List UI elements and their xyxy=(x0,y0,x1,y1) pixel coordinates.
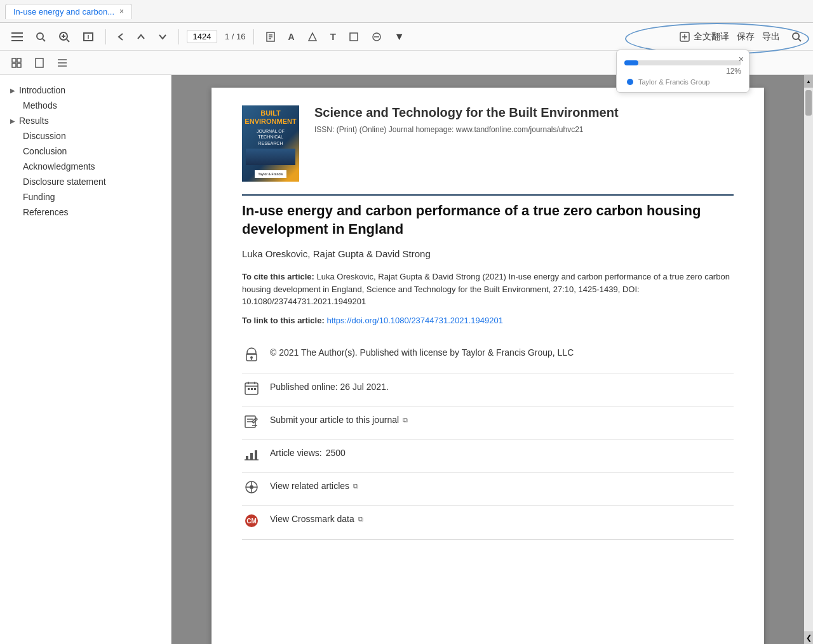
stamp-button[interactable] xyxy=(368,29,386,44)
collapse-panel-button[interactable]: ❮ xyxy=(804,631,813,644)
text-tool-button[interactable]: A xyxy=(285,29,299,44)
crossmark-row[interactable]: CM View Crossmark data ⧉ xyxy=(242,506,734,540)
cover-subtitle: JOURNAL OF TECHNICAL RESEARCH xyxy=(246,128,295,145)
translation-progress-bar-fill xyxy=(624,60,638,65)
article-authors: Luka Oreskovic, Rajat Gupta & David Stro… xyxy=(242,248,734,259)
svg-rect-41 xyxy=(251,388,253,390)
external-link-icon-crossmark: ⧉ xyxy=(358,514,363,524)
popup-close-button[interactable]: × xyxy=(739,54,744,64)
toolbar-divider-1 xyxy=(105,29,106,44)
grid-view-button[interactable] xyxy=(8,56,25,70)
sidebar-item-acknowledgments[interactable]: Acknowledgments xyxy=(5,159,166,174)
svg-rect-49 xyxy=(255,450,257,460)
zoom-in-button[interactable] xyxy=(55,29,74,45)
pdf-scrollbar[interactable]: ▲ ❮ xyxy=(804,75,813,644)
text-select-button[interactable] xyxy=(262,29,279,45)
sidebar-item-disclosure[interactable]: Disclosure statement xyxy=(5,174,166,189)
scrollbar-thumb[interactable] xyxy=(805,90,812,116)
journal-issn: ISSN: (Print) (Online) Journal homepage:… xyxy=(314,125,734,134)
search-button[interactable] xyxy=(32,29,50,44)
toolbar-divider-2 xyxy=(178,29,179,44)
svg-rect-25 xyxy=(12,58,16,62)
sidebar-item-methods[interactable]: Methods xyxy=(5,98,166,113)
svg-rect-40 xyxy=(248,388,250,390)
submit-row[interactable]: Submit your article to this journal ⧉ xyxy=(242,406,734,439)
svg-rect-47 xyxy=(246,456,248,460)
article-views-text: Article views: 2500 xyxy=(270,447,346,460)
svg-line-8 xyxy=(67,39,69,42)
sidebar-item-conclusion[interactable]: Conclusion xyxy=(5,144,166,159)
more-tools-button[interactable]: ▼ xyxy=(391,29,408,45)
link-block: To link to this article: https://doi.org… xyxy=(242,314,734,327)
svg-point-52 xyxy=(250,485,253,489)
main-content: ▶ Introduction Methods ▶ Results Discuss… xyxy=(0,75,813,644)
svg-rect-48 xyxy=(250,453,253,460)
page-number-input[interactable] xyxy=(187,30,217,43)
chart-icon xyxy=(242,447,261,464)
article-doi-link[interactable]: https://doi.org/10.1080/23744731.2021.19… xyxy=(326,316,503,325)
svg-point-22 xyxy=(793,33,799,39)
svg-rect-16 xyxy=(350,33,358,41)
svg-rect-2 xyxy=(11,40,23,41)
chevron-right-icon-2: ▶ xyxy=(10,117,15,124)
cite-label: To cite this article: xyxy=(242,272,314,281)
external-link-icon-submit: ⧉ xyxy=(403,415,408,425)
crossmark-text[interactable]: View Crossmark data ⧉ xyxy=(270,513,363,526)
svg-marker-15 xyxy=(309,33,316,41)
related-articles-row[interactable]: View related articles ⧉ xyxy=(242,473,734,506)
journal-divider xyxy=(242,194,734,196)
active-tab[interactable]: In-use energy and carbon... × xyxy=(5,4,132,19)
submit-text[interactable]: Submit your article to this journal ⧉ xyxy=(270,414,408,427)
sidebar-item-references[interactable]: References xyxy=(5,205,166,220)
sidebar-item-funding[interactable]: Funding xyxy=(5,189,166,205)
cover-title: BUILT ENVIRONMENT xyxy=(245,109,296,126)
submit-icon xyxy=(242,414,261,431)
article-views-row: Article views: 2500 xyxy=(242,439,734,473)
calendar-icon xyxy=(242,381,261,398)
export-button[interactable]: 导出 xyxy=(762,31,780,43)
sidebar-toggle-button[interactable] xyxy=(8,30,27,44)
save-button[interactable]: 保存 xyxy=(737,31,755,43)
translation-progress-bar-bg xyxy=(624,60,741,65)
published-row: Published online: 26 Jul 2021. xyxy=(242,373,734,406)
journal-title: Science and Technology for the Built Env… xyxy=(314,105,734,120)
page-info: 1 / 16 xyxy=(225,32,246,41)
nav-down-button[interactable] xyxy=(154,31,171,43)
sidebar: ▶ Introduction Methods ▶ Results Discuss… xyxy=(0,75,171,644)
scrollbar-track[interactable] xyxy=(804,88,813,631)
crossmark-icon: CM xyxy=(242,513,261,532)
journal-header: BUILT ENVIRONMENT JOURNAL OF TECHNICAL R… xyxy=(242,105,734,182)
sidebar-item-results[interactable]: ▶ Results xyxy=(5,113,166,128)
text-insert-button[interactable]: T xyxy=(326,29,340,44)
translate-button[interactable]: 全文翻译 xyxy=(680,31,729,43)
popup-logo: Taylor & Francis Group xyxy=(624,78,741,86)
svg-rect-0 xyxy=(11,32,23,34)
page-view-button[interactable] xyxy=(30,56,48,70)
fit-page-button[interactable] xyxy=(79,29,98,44)
info-section: © 2021 The Author(s). Published with lic… xyxy=(242,339,734,540)
related-icon xyxy=(242,480,261,497)
journal-cover-image: BUILT ENVIRONMENT JOURNAL OF TECHNICAL R… xyxy=(242,105,299,182)
svg-point-3 xyxy=(37,33,43,39)
pdf-viewer-area[interactable]: BUILT ENVIRONMENT JOURNAL OF TECHNICAL R… xyxy=(171,75,804,644)
prev-page-button[interactable] xyxy=(114,30,128,44)
search-right-button[interactable] xyxy=(788,29,805,44)
svg-rect-28 xyxy=(17,64,21,67)
main-toolbar: 1 / 16 A T ▼ 全文翻译 保存 导出 × xyxy=(0,23,813,51)
annotation-button[interactable] xyxy=(304,29,321,44)
pdf-page: BUILT ENVIRONMENT JOURNAL OF TECHNICAL R… xyxy=(212,88,764,644)
cover-logo: Taylor & Francis xyxy=(255,170,286,178)
svg-rect-42 xyxy=(254,388,256,390)
svg-rect-29 xyxy=(36,58,43,67)
crop-button[interactable] xyxy=(345,29,363,44)
related-articles-text[interactable]: View related articles ⧉ xyxy=(270,480,358,493)
tab-bar: In-use energy and carbon... × xyxy=(0,0,813,23)
list-view-button[interactable] xyxy=(53,57,71,69)
article-title: In-use energy and carbon performance of … xyxy=(242,202,734,238)
sidebar-item-discussion[interactable]: Discussion xyxy=(5,128,166,144)
tab-close-button[interactable]: × xyxy=(119,7,124,16)
svg-rect-26 xyxy=(17,58,21,62)
sidebar-item-introduction[interactable]: ▶ Introduction xyxy=(5,83,166,98)
nav-up-button[interactable] xyxy=(133,31,149,43)
scrollbar-up-button[interactable]: ▲ xyxy=(804,75,813,88)
